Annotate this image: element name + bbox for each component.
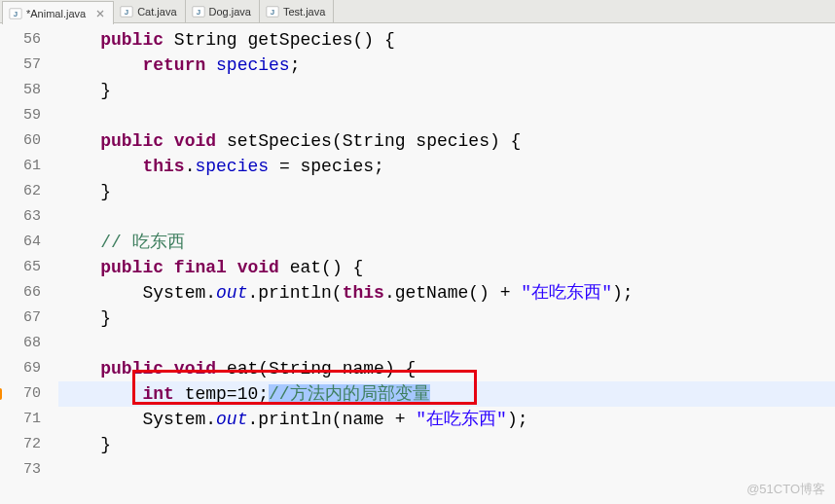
- line-number-gutter: 56 57 58 59 60 61 62 63 64 65 66 67 68 6…: [0, 23, 49, 504]
- code-line: this.species = species;: [58, 154, 835, 179]
- line-number: 58: [0, 78, 49, 103]
- java-file-icon: J: [120, 5, 133, 18]
- line-number: 67: [0, 306, 49, 331]
- close-icon[interactable]: [95, 9, 105, 18]
- code-line: }: [58, 432, 835, 457]
- tab-test-java[interactable]: J Test.java: [260, 0, 334, 22]
- code-line: [58, 331, 835, 356]
- code-line-highlighted: int temp=10;//方法内的局部变量: [58, 381, 835, 407]
- line-number: 69: [0, 356, 49, 381]
- tab-label: Dog.java: [209, 6, 251, 18]
- code-line: System.out.println(name + "在吃东西");: [58, 407, 835, 432]
- svg-text:J: J: [196, 7, 200, 16]
- code-line: public void setSpecies(String species) {: [58, 128, 835, 154]
- watermark-text: @51CTO博客: [746, 481, 825, 498]
- tab-cat-java[interactable]: J Cat.java: [114, 0, 185, 22]
- code-line: [58, 457, 835, 483]
- line-number: 59: [0, 103, 49, 128]
- line-number: 61: [0, 154, 49, 179]
- line-number: 63: [0, 204, 49, 230]
- code-line: public final void eat() {: [58, 255, 835, 280]
- tab-label: *Animal.java: [26, 8, 86, 19]
- code-line: }: [58, 78, 835, 103]
- tab-dog-java[interactable]: J Dog.java: [186, 0, 260, 22]
- code-line: public String getSpecies() {: [58, 27, 835, 53]
- line-number: 66: [0, 280, 49, 306]
- java-file-icon: J: [192, 5, 205, 18]
- svg-text:J: J: [14, 9, 18, 18]
- code-line: // 吃东西: [58, 230, 835, 255]
- code-line: return species;: [58, 53, 835, 78]
- line-number: 65: [0, 255, 49, 280]
- svg-text:J: J: [271, 7, 274, 16]
- line-number: 62: [0, 179, 49, 204]
- code-line: System.out.println(this.getName() + "在吃东…: [58, 280, 835, 306]
- editor-tab-bar: J *Animal.java J Cat.java J Dog.java J T…: [0, 0, 835, 23]
- line-number: 56: [0, 27, 49, 53]
- line-number-warning: 70: [0, 381, 49, 407]
- code-line: [58, 103, 835, 128]
- line-number: 72: [0, 432, 49, 457]
- line-number: 60: [0, 128, 49, 154]
- tab-label: Cat.java: [137, 6, 176, 18]
- line-number: 71: [0, 407, 49, 432]
- tab-label: Test.java: [283, 6, 325, 18]
- code-content[interactable]: public String getSpecies() { return spec…: [49, 23, 835, 504]
- line-number: 64: [0, 230, 49, 255]
- java-file-icon: J: [266, 5, 279, 18]
- code-line: }: [58, 306, 835, 331]
- line-number: 68: [0, 331, 49, 356]
- selected-text: //方法内的局部变量: [269, 384, 430, 404]
- line-number: 57: [0, 53, 49, 78]
- code-editor[interactable]: 56 57 58 59 60 61 62 63 64 65 66 67 68 6…: [0, 23, 835, 504]
- java-file-icon: J: [9, 7, 22, 20]
- tab-animal-java[interactable]: J *Animal.java: [2, 1, 114, 24]
- line-number: 73: [0, 457, 49, 483]
- code-line: [58, 204, 835, 230]
- code-line: public void eat(String name) {: [58, 356, 835, 381]
- svg-text:J: J: [125, 7, 128, 16]
- code-line: }: [58, 179, 835, 204]
